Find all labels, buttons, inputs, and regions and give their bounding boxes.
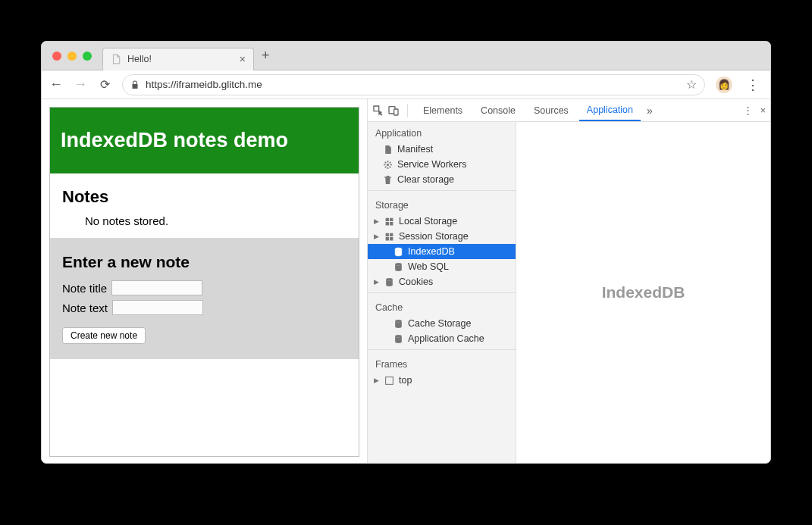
window-maximize-button[interactable]	[83, 52, 92, 61]
address-bar[interactable]: https://iframeidb.glitch.me ☆	[122, 74, 705, 95]
sidebar-group-cache: Cache	[368, 296, 516, 316]
profile-avatar[interactable]: 👩	[716, 77, 732, 93]
database-icon	[393, 319, 403, 329]
sidebar-group-frames: Frames	[368, 353, 516, 373]
reload-button[interactable]: ⟳	[98, 77, 111, 92]
sidebar-item-local-storage[interactable]: ▶ Local Storage	[368, 214, 516, 229]
sidebar-item-label: Service Workers	[397, 159, 466, 170]
grid-icon	[384, 232, 394, 242]
devtools-menu-button[interactable]: ⋮	[743, 105, 753, 116]
database-icon	[393, 247, 403, 257]
note-title-label: Note title	[62, 282, 107, 295]
sidebar-group-application: Application	[368, 122, 516, 142]
forward-button[interactable]: →	[74, 77, 87, 92]
sidebar-item-clear-storage[interactable]: Clear storage	[368, 172, 516, 187]
browser-menu-button[interactable]: ⋮	[743, 77, 763, 93]
content-area: IndexedDB notes demo Notes No notes stor…	[42, 99, 770, 463]
sidebar-item-label: IndexedDB	[408, 246, 455, 257]
device-toggle-icon[interactable]	[387, 105, 400, 117]
sidebar-item-label: Web SQL	[408, 261, 449, 272]
database-icon	[384, 277, 394, 287]
svg-point-2	[387, 163, 389, 165]
back-button[interactable]: ←	[49, 77, 63, 92]
note-title-input[interactable]	[111, 280, 202, 295]
devtools-tab-console[interactable]: Console	[473, 99, 523, 121]
frame-icon	[384, 376, 394, 386]
sidebar-item-label: Cache Storage	[408, 318, 471, 329]
window-close-button[interactable]	[52, 52, 61, 61]
no-notes-text: No notes stored.	[62, 214, 346, 227]
sidebar-item-service-workers[interactable]: Service Workers	[368, 157, 516, 172]
page-viewport: IndexedDB notes demo Notes No notes stor…	[42, 99, 368, 463]
devtools-body: Application Manifest Service Workers Cle…	[368, 122, 770, 463]
sidebar-item-label: Cookies	[399, 277, 433, 287]
devtools-close-button[interactable]: ×	[760, 105, 766, 116]
devtools-tab-application[interactable]: Application	[579, 99, 641, 121]
entry-heading: Enter a new note	[62, 253, 346, 271]
sidebar-item-cookies[interactable]: ▶ Cookies	[368, 274, 516, 289]
sidebar-item-label: Application Cache	[408, 333, 484, 344]
toolbar: ← → ⟳ https://iframeidb.glitch.me ☆ 👩 ⋮	[42, 70, 770, 99]
sidebar-item-label: top	[399, 375, 412, 386]
svg-point-5	[386, 278, 393, 280]
page-icon	[111, 54, 121, 64]
sidebar-item-session-storage[interactable]: ▶ Session Storage	[368, 229, 516, 244]
devtools-panel: Elements Console Sources Application » ⋮…	[368, 99, 770, 463]
gear-icon	[383, 160, 393, 170]
sidebar-item-label: Local Storage	[399, 216, 457, 227]
database-icon	[393, 262, 403, 272]
grid-icon	[384, 217, 394, 227]
devtools-tab-overflow-icon[interactable]: »	[647, 105, 653, 117]
inspect-element-icon[interactable]	[372, 105, 384, 117]
expand-triangle-icon[interactable]: ▶	[374, 233, 380, 240]
tab-close-button[interactable]: ×	[240, 53, 246, 65]
sidebar-item-application-cache[interactable]: Application Cache	[368, 331, 516, 346]
expand-triangle-icon[interactable]: ▶	[374, 278, 380, 286]
sidebar-item-top-frame[interactable]: ▶ top	[368, 373, 516, 388]
devtools-tab-elements[interactable]: Elements	[415, 99, 470, 121]
svg-point-6	[395, 320, 402, 322]
svg-point-7	[395, 335, 402, 337]
new-tab-button[interactable]: +	[262, 48, 270, 64]
svg-point-4	[395, 263, 402, 265]
sidebar-item-label: Session Storage	[399, 231, 469, 242]
bookmark-star-icon[interactable]: ☆	[686, 77, 697, 92]
svg-rect-8	[386, 377, 393, 384]
sidebar-item-label: Clear storage	[397, 174, 454, 185]
devtools-main-placeholder: IndexedDB	[516, 122, 770, 463]
sidebar-item-cache-storage[interactable]: Cache Storage	[368, 316, 516, 331]
browser-tab[interactable]: Hello! ×	[102, 48, 254, 70]
svg-rect-1	[394, 109, 398, 115]
file-icon	[383, 145, 393, 155]
notes-heading: Notes	[62, 187, 346, 207]
devtools-tabstrip: Elements Console Sources Application » ⋮…	[368, 99, 770, 122]
note-text-input[interactable]	[112, 300, 203, 315]
browser-window: Hello! × + ← → ⟳ https://iframeidb.glitc…	[41, 41, 771, 464]
expand-triangle-icon[interactable]: ▶	[374, 217, 380, 225]
notes-section: Notes No notes stored.	[50, 173, 359, 238]
tab-title: Hello!	[127, 54, 152, 64]
sidebar-item-indexeddb[interactable]: IndexedDB	[368, 244, 516, 259]
note-text-label: Note text	[62, 302, 108, 314]
sidebar-group-storage: Storage	[368, 194, 516, 214]
create-note-button[interactable]: Create new note	[62, 327, 146, 344]
sidebar-item-web-sql[interactable]: Web SQL	[368, 259, 516, 274]
trash-icon	[383, 175, 393, 185]
window-controls	[42, 52, 102, 61]
entry-section: Enter a new note Note title Note text Cr…	[50, 238, 359, 359]
expand-triangle-icon[interactable]: ▶	[374, 377, 380, 384]
window-minimize-button[interactable]	[67, 52, 77, 61]
tab-strip: Hello! × +	[42, 42, 770, 70]
sidebar-item-label: Manifest	[397, 144, 433, 155]
sidebar-item-manifest[interactable]: Manifest	[368, 142, 516, 157]
database-icon	[393, 334, 403, 344]
url-text: https://iframeidb.glitch.me	[146, 79, 680, 90]
lock-icon	[130, 80, 140, 89]
page-frame: IndexedDB notes demo Notes No notes stor…	[49, 107, 359, 457]
application-sidebar: Application Manifest Service Workers Cle…	[368, 122, 516, 463]
page-title: IndexedDB notes demo	[50, 108, 359, 173]
devtools-tab-sources[interactable]: Sources	[526, 99, 576, 121]
